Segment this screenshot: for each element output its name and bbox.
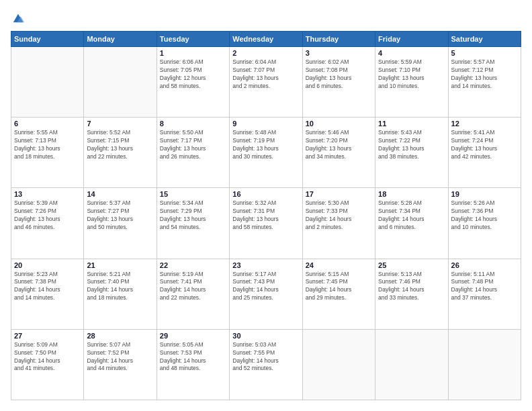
day-info: Sunrise: 5:11 AM Sunset: 7:48 PM Dayligh… (451, 271, 518, 303)
calendar-day-header: Tuesday (157, 32, 229, 47)
calendar-day-cell: 20Sunrise: 5:23 AM Sunset: 7:38 PM Dayli… (11, 259, 84, 329)
calendar-day-cell: 13Sunrise: 5:39 AM Sunset: 7:26 PM Dayli… (11, 188, 84, 259)
calendar-day-cell: 4Sunrise: 5:59 AM Sunset: 7:10 PM Daylig… (375, 47, 448, 118)
calendar-day-cell: 8Sunrise: 5:50 AM Sunset: 7:17 PM Daylig… (157, 118, 229, 188)
calendar-day-cell: 14Sunrise: 5:37 AM Sunset: 7:27 PM Dayli… (84, 188, 157, 259)
day-info: Sunrise: 5:09 AM Sunset: 7:50 PM Dayligh… (14, 341, 81, 373)
day-info: Sunrise: 5:59 AM Sunset: 7:10 PM Dayligh… (378, 58, 445, 91)
day-info: Sunrise: 5:34 AM Sunset: 7:29 PM Dayligh… (160, 199, 226, 232)
calendar-day-cell: 3Sunrise: 6:02 AM Sunset: 7:08 PM Daylig… (302, 47, 375, 118)
day-info: Sunrise: 5:13 AM Sunset: 7:46 PM Dayligh… (378, 271, 445, 303)
day-info: Sunrise: 5:41 AM Sunset: 7:24 PM Dayligh… (451, 129, 518, 161)
day-number: 8 (160, 120, 226, 128)
day-info: Sunrise: 5:50 AM Sunset: 7:17 PM Dayligh… (160, 129, 226, 161)
day-number: 20 (14, 261, 81, 269)
calendar-day-cell: 26Sunrise: 5:11 AM Sunset: 7:48 PM Dayli… (448, 259, 521, 329)
day-number: 22 (160, 261, 226, 269)
day-info: Sunrise: 5:39 AM Sunset: 7:26 PM Dayligh… (14, 199, 81, 232)
calendar-day-header: Monday (84, 32, 157, 47)
day-number: 19 (451, 190, 518, 198)
day-info: Sunrise: 5:03 AM Sunset: 7:55 PM Dayligh… (232, 341, 299, 373)
day-info: Sunrise: 5:46 AM Sunset: 7:20 PM Dayligh… (306, 129, 372, 161)
day-number: 2 (232, 49, 299, 57)
day-number: 30 (232, 332, 299, 340)
day-info: Sunrise: 5:43 AM Sunset: 7:22 PM Dayligh… (378, 129, 445, 161)
calendar-day-header: Friday (375, 32, 448, 47)
day-number: 7 (87, 120, 153, 128)
calendar-day-cell: 7Sunrise: 5:52 AM Sunset: 7:15 PM Daylig… (84, 118, 157, 188)
page: SundayMondayTuesdayWednesdayThursdayFrid… (0, 0, 532, 411)
calendar-day-cell: 16Sunrise: 5:32 AM Sunset: 7:31 PM Dayli… (230, 188, 302, 259)
logo-text (11, 11, 24, 24)
calendar-day-cell: 24Sunrise: 5:15 AM Sunset: 7:45 PM Dayli… (302, 259, 375, 329)
calendar-week-row: 13Sunrise: 5:39 AM Sunset: 7:26 PM Dayli… (11, 188, 521, 259)
day-info: Sunrise: 6:06 AM Sunset: 7:05 PM Dayligh… (160, 58, 226, 91)
calendar-day-cell: 25Sunrise: 5:13 AM Sunset: 7:46 PM Dayli… (375, 259, 448, 329)
calendar-day-cell: 21Sunrise: 5:21 AM Sunset: 7:40 PM Dayli… (84, 259, 157, 329)
day-info: Sunrise: 5:17 AM Sunset: 7:43 PM Dayligh… (232, 271, 299, 303)
calendar-week-row: 20Sunrise: 5:23 AM Sunset: 7:38 PM Dayli… (11, 259, 521, 329)
day-info: Sunrise: 6:04 AM Sunset: 7:07 PM Dayligh… (232, 58, 299, 91)
calendar-day-cell: 6Sunrise: 5:55 AM Sunset: 7:13 PM Daylig… (11, 118, 84, 188)
day-info: Sunrise: 5:48 AM Sunset: 7:19 PM Dayligh… (232, 129, 299, 161)
day-info: Sunrise: 5:19 AM Sunset: 7:41 PM Dayligh… (160, 271, 226, 303)
calendar-week-row: 1Sunrise: 6:06 AM Sunset: 7:05 PM Daylig… (11, 47, 521, 118)
calendar-day-cell: 28Sunrise: 5:07 AM Sunset: 7:52 PM Dayli… (84, 329, 157, 400)
day-number: 6 (14, 120, 81, 128)
logo (11, 11, 24, 24)
day-number: 14 (87, 190, 153, 198)
calendar-day-cell: 10Sunrise: 5:46 AM Sunset: 7:20 PM Dayli… (302, 118, 375, 188)
calendar-day-cell (375, 329, 448, 400)
day-info: Sunrise: 5:07 AM Sunset: 7:52 PM Dayligh… (87, 341, 153, 373)
calendar-day-header: Saturday (448, 32, 521, 47)
calendar-day-cell: 15Sunrise: 5:34 AM Sunset: 7:29 PM Dayli… (157, 188, 229, 259)
day-number: 9 (232, 120, 299, 128)
calendar-day-cell: 19Sunrise: 5:26 AM Sunset: 7:36 PM Dayli… (448, 188, 521, 259)
day-number: 16 (232, 190, 299, 198)
day-number: 1 (160, 49, 226, 57)
calendar-day-cell: 12Sunrise: 5:41 AM Sunset: 7:24 PM Dayli… (448, 118, 521, 188)
calendar-day-cell (448, 329, 521, 400)
calendar-day-cell: 2Sunrise: 6:04 AM Sunset: 7:07 PM Daylig… (230, 47, 302, 118)
calendar-day-cell (11, 47, 84, 118)
calendar-day-cell: 27Sunrise: 5:09 AM Sunset: 7:50 PM Dayli… (11, 329, 84, 400)
calendar-day-cell: 22Sunrise: 5:19 AM Sunset: 7:41 PM Dayli… (157, 259, 229, 329)
day-number: 13 (14, 190, 81, 198)
day-number: 15 (160, 190, 226, 198)
day-number: 10 (306, 120, 372, 128)
calendar-day-cell: 11Sunrise: 5:43 AM Sunset: 7:22 PM Dayli… (375, 118, 448, 188)
day-info: Sunrise: 5:23 AM Sunset: 7:38 PM Dayligh… (14, 271, 81, 303)
day-info: Sunrise: 5:32 AM Sunset: 7:31 PM Dayligh… (232, 199, 299, 232)
day-info: Sunrise: 5:55 AM Sunset: 7:13 PM Dayligh… (14, 129, 81, 161)
day-info: Sunrise: 5:30 AM Sunset: 7:33 PM Dayligh… (306, 199, 372, 232)
day-number: 28 (87, 332, 153, 340)
day-info: Sunrise: 5:21 AM Sunset: 7:40 PM Dayligh… (87, 271, 153, 303)
day-number: 3 (306, 49, 372, 57)
day-info: Sunrise: 5:15 AM Sunset: 7:45 PM Dayligh… (306, 271, 372, 303)
header (11, 11, 521, 24)
calendar-table: SundayMondayTuesdayWednesdayThursdayFrid… (11, 31, 521, 400)
calendar-day-cell (84, 47, 157, 118)
calendar-day-cell: 29Sunrise: 5:05 AM Sunset: 7:53 PM Dayli… (157, 329, 229, 400)
calendar-day-cell (302, 329, 375, 400)
day-number: 26 (451, 261, 518, 269)
calendar-week-row: 27Sunrise: 5:09 AM Sunset: 7:50 PM Dayli… (11, 329, 521, 400)
day-number: 4 (378, 49, 445, 57)
calendar-day-header: Thursday (302, 32, 375, 47)
day-number: 23 (232, 261, 299, 269)
day-info: Sunrise: 5:37 AM Sunset: 7:27 PM Dayligh… (87, 199, 153, 232)
day-info: Sunrise: 6:02 AM Sunset: 7:08 PM Dayligh… (306, 58, 372, 91)
calendar-day-cell: 1Sunrise: 6:06 AM Sunset: 7:05 PM Daylig… (157, 47, 229, 118)
calendar-day-cell: 5Sunrise: 5:57 AM Sunset: 7:12 PM Daylig… (448, 47, 521, 118)
calendar-day-cell: 9Sunrise: 5:48 AM Sunset: 7:19 PM Daylig… (230, 118, 302, 188)
calendar-header-row: SundayMondayTuesdayWednesdayThursdayFrid… (11, 32, 521, 47)
day-number: 21 (87, 261, 153, 269)
day-info: Sunrise: 5:28 AM Sunset: 7:34 PM Dayligh… (378, 199, 445, 232)
day-info: Sunrise: 5:52 AM Sunset: 7:15 PM Dayligh… (87, 129, 153, 161)
day-info: Sunrise: 5:57 AM Sunset: 7:12 PM Dayligh… (451, 58, 518, 91)
day-info: Sunrise: 5:26 AM Sunset: 7:36 PM Dayligh… (451, 199, 518, 232)
day-number: 27 (14, 332, 81, 340)
day-number: 11 (378, 120, 445, 128)
day-info: Sunrise: 5:05 AM Sunset: 7:53 PM Dayligh… (160, 341, 226, 373)
calendar-day-cell: 17Sunrise: 5:30 AM Sunset: 7:33 PM Dayli… (302, 188, 375, 259)
